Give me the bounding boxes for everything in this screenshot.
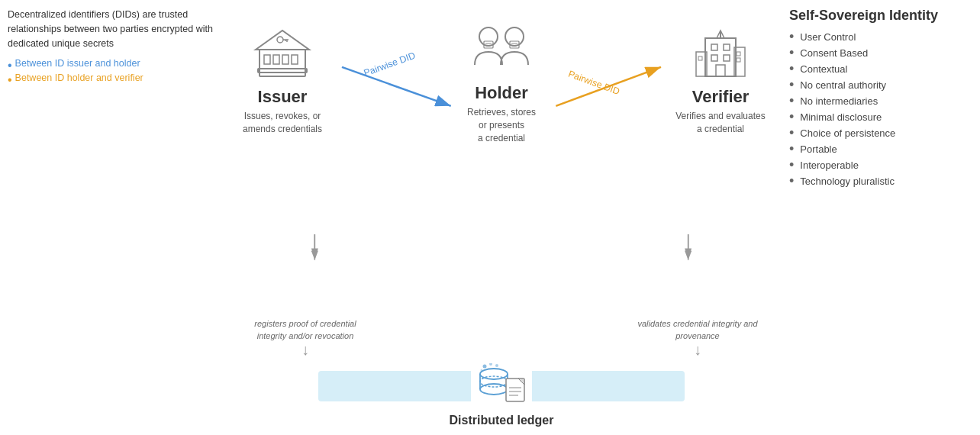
- svg-rect-1: [264, 55, 270, 64]
- ssi-bullet-1: •: [789, 30, 794, 44]
- main-container: Decentralized identifiers (DIDs) are tru…: [0, 0, 980, 435]
- ssi-bullet-10: •: [789, 174, 794, 188]
- ssi-bullet-9: •: [789, 158, 794, 172]
- ssi-item-9: •Interoperable: [789, 158, 965, 172]
- ssi-item-6: •Minimal disclosure: [789, 110, 965, 124]
- issuer-name: Issuer: [258, 87, 308, 107]
- ssi-item-label-2: Consent Based: [800, 47, 868, 59]
- ssi-item-label-7: Choice of persistence: [800, 127, 895, 139]
- svg-rect-5: [258, 69, 307, 72]
- issuer-desc: Issues, revokes, oramends credentials: [243, 110, 322, 136]
- bullet-blue-icon: •: [8, 58, 12, 72]
- ssi-bullet-7: •: [789, 126, 794, 140]
- svg-point-43: [480, 369, 508, 379]
- ssi-item-1: •User Control: [789, 30, 965, 44]
- ssi-bullet-5: •: [789, 94, 794, 108]
- ssi-item-2: •Consent Based: [789, 46, 965, 60]
- ssi-item-label-3: Contextual: [800, 63, 847, 75]
- left-panel: Decentralized identifiers (DIDs) are tru…: [8, 8, 214, 88]
- ledger-right-arrow: ↓: [694, 342, 701, 357]
- svg-point-51: [481, 369, 483, 372]
- holder-icon: [463, 23, 540, 80]
- verifier-icon: [690, 23, 751, 84]
- ssi-item-label-5: No intermediaries: [800, 95, 878, 107]
- ssi-item-label-9: Interoperable: [800, 160, 859, 171]
- ssi-bullet-3: •: [789, 62, 794, 76]
- ssi-bullet-4: •: [789, 78, 794, 92]
- ssi-item-4: •No central authority: [789, 78, 965, 92]
- ssi-item-10: •Technology pluralistic: [789, 174, 965, 188]
- svg-point-7: [277, 37, 283, 43]
- svg-rect-22: [711, 55, 717, 61]
- ledger-icon-center: [471, 363, 532, 409]
- ledger-left-text: registers proof of credential integrity …: [244, 318, 366, 342]
- ssi-item-label-10: Technology pluralistic: [800, 176, 895, 187]
- svg-rect-21: [724, 44, 730, 50]
- svg-rect-19: [705, 38, 736, 76]
- ssi-list: •User Control •Consent Based •Contextual…: [789, 30, 965, 188]
- svg-rect-23: [724, 55, 730, 61]
- right-panel: Self-Sovereign Identity •User Control •C…: [789, 8, 965, 190]
- ledger-bar-row: [221, 363, 782, 409]
- ssi-item-8: •Portable: [789, 142, 965, 156]
- svg-rect-29: [698, 56, 702, 60]
- svg-rect-30: [737, 52, 740, 56]
- actor-issuer: Issuer Issues, revokes, oramends credent…: [221, 23, 343, 136]
- issuer-icon: [252, 23, 313, 84]
- ledger-bar-left: [318, 371, 471, 401]
- svg-rect-24: [716, 65, 725, 76]
- link-blue[interactable]: Between ID issuer and holder: [15, 58, 140, 69]
- ssi-bullet-6: •: [789, 110, 794, 124]
- bullet-orange-icon: •: [8, 72, 12, 87]
- holder-name: Holder: [475, 83, 528, 103]
- svg-point-49: [489, 363, 492, 366]
- ssi-item-label-4: No central authority: [800, 79, 886, 91]
- ledger-right-text: validates credential integrity and prove…: [637, 318, 759, 342]
- actor-verifier: Verifier Verifies and evaluatesa credent…: [659, 23, 782, 136]
- ssi-bullet-2: •: [789, 46, 794, 60]
- ssi-item-label-6: Minimal disclosure: [800, 111, 882, 123]
- svg-point-12: [505, 27, 524, 46]
- ssi-item-label-1: User Control: [800, 31, 856, 43]
- svg-rect-3: [282, 55, 289, 64]
- svg-rect-2: [273, 55, 279, 64]
- holder-desc: Retrieves, storesor presentsa credential: [467, 106, 536, 144]
- ledger-bar-right: [532, 371, 685, 401]
- ledger-name: Distributed ledger: [450, 414, 554, 427]
- svg-point-48: [483, 365, 487, 369]
- ledger-left-arrow: ↓: [301, 342, 309, 357]
- svg-point-50: [495, 364, 498, 367]
- ssi-title: Self-Sovereign Identity: [789, 8, 965, 24]
- description-text: Decentralized identifiers (DIDs) are tru…: [8, 8, 214, 50]
- verifier-desc: Verifies and evaluatesa credential: [675, 110, 765, 136]
- svg-marker-6: [256, 31, 309, 50]
- actor-holder: Holder Retrieves, storesor presentsa cre…: [433, 23, 570, 144]
- link-orange[interactable]: Between ID holder and verifier: [15, 72, 143, 83]
- actors-row: Issuer Issues, revokes, oramends credent…: [221, 23, 782, 144]
- svg-rect-4: [292, 55, 298, 64]
- svg-rect-31: [737, 58, 740, 62]
- ssi-item-5: •No intermediaries: [789, 94, 965, 108]
- svg-point-11: [479, 27, 498, 46]
- verifier-name: Verifier: [692, 87, 750, 107]
- diagram-area: Issuer Issues, revokes, oramends credent…: [221, 0, 782, 435]
- ssi-item-7: •Choice of persistence: [789, 126, 965, 140]
- ssi-item-label-8: Portable: [800, 143, 837, 155]
- ssi-bullet-8: •: [789, 142, 794, 156]
- svg-rect-20: [711, 44, 717, 50]
- ledger-section: registers proof of credential integrity …: [221, 318, 782, 427]
- ssi-item-3: •Contextual: [789, 62, 965, 76]
